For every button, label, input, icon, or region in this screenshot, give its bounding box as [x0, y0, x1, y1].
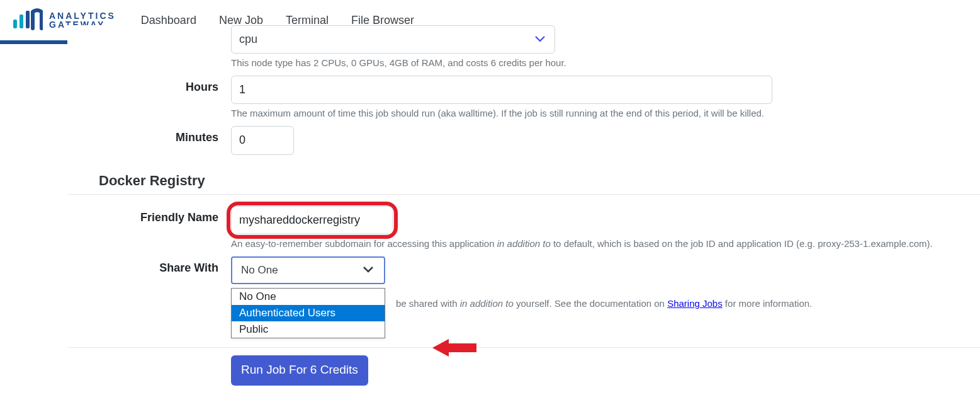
friendly-name-label: Friendly Name: [67, 206, 231, 224]
share-help-pre: be shared with: [396, 298, 460, 309]
share-option-authenticated-users[interactable]: Authenticated Users: [232, 305, 385, 321]
friendly-name-highlight: [231, 206, 393, 234]
section-docker-registry: Docker Registry: [67, 161, 980, 195]
run-row: Run Job For 6 Credits: [67, 347, 980, 401]
svg-rect-0: [13, 20, 17, 28]
friendly-name-row: Friendly Name An easy-to-remember subdom…: [67, 206, 980, 249]
share-help-mid: yourself. See the documentation on: [514, 298, 667, 309]
hours-input[interactable]: [231, 76, 772, 104]
svg-rect-1: [20, 14, 23, 28]
friendly-help-post: to default, which is based on the job ID…: [551, 238, 933, 249]
friendly-help-em: in addition to: [497, 238, 551, 249]
friendly-name-input[interactable]: [231, 206, 393, 234]
minutes-row: Minutes: [67, 126, 980, 154]
minutes-label: Minutes: [67, 126, 231, 144]
node-type-row: . cpu This node type has 2 CPUs, 0 GPUs,…: [67, 25, 980, 68]
hours-help: The maximum amount of time this job shou…: [231, 108, 980, 118]
hours-row: Hours The maximum amount of time this jo…: [67, 76, 980, 118]
friendly-help-pre: An easy-to-remember subdomain for access…: [231, 238, 497, 249]
share-with-help: be shared with in addition to yourself. …: [396, 298, 980, 309]
share-with-row: Share With No One No One Authenticated U…: [67, 256, 980, 284]
share-option-no-one[interactable]: No One: [232, 289, 385, 305]
share-with-listbox[interactable]: No One Authenticated Users Public: [231, 288, 385, 338]
share-with-select[interactable]: No One: [231, 256, 385, 284]
share-with-select-wrap[interactable]: No One No One Authenticated Users Public: [231, 256, 385, 284]
brand-line-1: ANALYTICS: [49, 11, 116, 20]
friendly-name-help: An easy-to-remember subdomain for access…: [231, 238, 980, 249]
node-type-select[interactable]: cpu: [231, 25, 555, 54]
bars-logo-icon: [13, 7, 43, 33]
svg-rect-2: [26, 11, 30, 28]
run-job-button[interactable]: Run Job For 6 Credits: [231, 355, 368, 386]
node-type-select-wrap[interactable]: cpu: [231, 25, 555, 54]
hours-label: Hours: [67, 76, 231, 94]
share-help-post: for more information.: [723, 298, 813, 309]
share-option-public[interactable]: Public: [232, 321, 385, 338]
job-form-card: . cpu This node type has 2 CPUs, 0 GPUs,…: [67, 25, 980, 401]
sharing-jobs-link[interactable]: Sharing Jobs: [667, 298, 723, 309]
share-help-em: in addition to: [460, 298, 514, 309]
node-type-help: This node type has 2 CPUs, 0 GPUs, 4GB o…: [231, 57, 980, 68]
share-with-label: Share With: [67, 256, 231, 275]
minutes-input[interactable]: [231, 126, 294, 154]
